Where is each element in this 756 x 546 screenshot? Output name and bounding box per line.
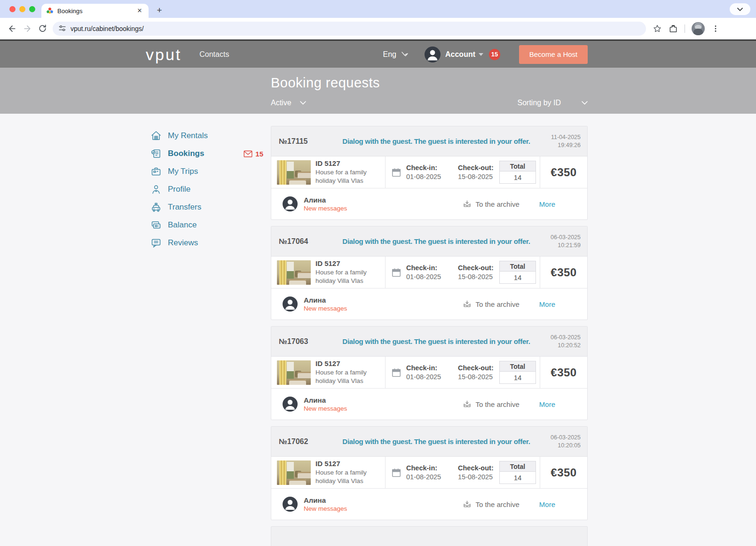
property-name[interactable]: House for a family holiday Villa Vlas	[315, 268, 368, 285]
sidebar-item-bookings[interactable]: Bookings 15	[150, 148, 263, 159]
menu-icon[interactable]	[711, 24, 720, 33]
close-window-button[interactable]	[9, 6, 16, 12]
more-link[interactable]: More	[539, 200, 555, 208]
status-filter-label: Active	[271, 99, 291, 107]
back-button[interactable]	[5, 21, 20, 36]
reload-button[interactable]	[35, 21, 50, 36]
archive-icon	[463, 200, 472, 209]
minimize-window-button[interactable]	[19, 6, 25, 12]
status-filter-dropdown[interactable]: Active	[271, 99, 306, 107]
sidebar-item-profile[interactable]: Profile	[150, 184, 263, 195]
property-photo[interactable]	[277, 260, 311, 285]
booking-datetime: 06-03-2025 10:20:05	[538, 434, 581, 450]
bookmark-star-icon[interactable]	[653, 24, 662, 33]
booking-card-body: ID 5127 House for a family holiday Villa…	[271, 156, 587, 188]
booking-card: №17064 Dialog with the guest. The guest …	[271, 226, 588, 320]
address-bar[interactable]: vput.ru/cabinet/bookings/	[53, 22, 646, 36]
notification-badge[interactable]: 15	[489, 49, 500, 60]
tune-icon	[58, 24, 66, 32]
to-archive-button[interactable]: To the archive	[463, 200, 519, 209]
booking-number: №17064	[279, 237, 334, 246]
sidebar-item-reviews[interactable]: Reviews	[150, 237, 263, 249]
booking-status: Dialog with the guest. The guest is inte…	[334, 237, 538, 245]
reload-icon	[38, 24, 47, 33]
guest-name: Алина	[304, 396, 347, 404]
booking-card: №17063 Dialog with the guest. The guest …	[271, 326, 588, 420]
tab-search-button[interactable]	[730, 3, 750, 15]
account-menu[interactable]: Account	[445, 50, 475, 59]
checkout-label: Check-out:	[458, 264, 498, 272]
language-selector[interactable]: Eng	[383, 50, 396, 59]
browser-profile-avatar[interactable]	[692, 22, 705, 35]
to-archive-label: To the archive	[475, 300, 519, 308]
new-messages-link[interactable]: New messages	[304, 405, 347, 412]
divider	[385, 457, 386, 488]
property-photo[interactable]	[277, 460, 311, 485]
to-archive-button[interactable]: To the archive	[463, 400, 519, 409]
property-name[interactable]: House for a family holiday Villa Vlas	[315, 468, 368, 485]
sidebar-item-balance[interactable]: Balance	[150, 219, 263, 231]
window-controls[interactable]	[9, 6, 35, 12]
contacts-link[interactable]: Contacts	[199, 50, 229, 59]
divider	[385, 357, 386, 388]
more-link[interactable]: More	[539, 500, 555, 508]
new-messages-link[interactable]: New messages	[304, 205, 347, 212]
booking-date: 06-03-2025	[538, 434, 581, 442]
sidebar-item-my-trips[interactable]: My Trips	[150, 166, 263, 177]
language-arrow-icon	[401, 52, 409, 57]
archive-icon	[463, 400, 472, 409]
property-name[interactable]: House for a family holiday Villa Vlas	[315, 368, 368, 385]
booking-price: €350	[540, 466, 587, 479]
site-logo[interactable]: vput	[146, 47, 181, 62]
more-link[interactable]: More	[539, 300, 555, 308]
property-photo[interactable]	[277, 160, 311, 185]
booking-price: €350	[540, 166, 587, 179]
checkin-date: 01-08-2025	[406, 273, 453, 281]
property-id: ID 5127	[315, 460, 385, 468]
calendar-icon	[391, 468, 402, 478]
tab-title: Bookings	[57, 8, 135, 15]
new-messages-link[interactable]: New messages	[304, 305, 347, 312]
reviews-icon	[150, 237, 162, 249]
sidebar-item-transfers[interactable]: Transfers	[150, 202, 263, 213]
house-icon	[150, 130, 162, 141]
divider	[385, 257, 386, 288]
new-tab-button[interactable]: +	[153, 4, 165, 16]
booking-datetime: 06-03-2025 10:20:52	[538, 334, 581, 350]
profile-icon	[150, 184, 162, 195]
booking-time: 10:20:52	[538, 342, 581, 350]
total-value: 14	[500, 472, 536, 484]
new-messages-link[interactable]: New messages	[304, 505, 347, 512]
booking-time: 10:21:59	[538, 242, 581, 250]
total-label: Total	[500, 461, 536, 472]
booking-card-footer: Алина New messages To the archive More	[271, 488, 587, 520]
to-archive-button[interactable]: To the archive	[463, 500, 519, 509]
close-tab-icon[interactable]: ✕	[135, 7, 144, 15]
guest-avatar-icon	[283, 296, 298, 312]
extensions-icon[interactable]	[669, 24, 678, 33]
booking-number: №17115	[279, 137, 334, 146]
booking-card-list: №17115 Dialog with the guest. The guest …	[271, 126, 588, 546]
zoom-window-button[interactable]	[29, 6, 35, 12]
become-host-button[interactable]: Become a Host	[519, 45, 588, 64]
account-avatar-icon[interactable]	[425, 47, 441, 62]
checkout-date: 15-08-2025	[458, 173, 498, 180]
property-name[interactable]: House for a family holiday Villa Vlas	[315, 168, 368, 185]
favicon	[46, 7, 54, 15]
to-archive-button[interactable]: To the archive	[463, 300, 519, 309]
checkout-label: Check-out:	[458, 464, 498, 472]
divider	[385, 156, 386, 188]
chevron-down-icon	[737, 8, 743, 11]
sorting-dropdown[interactable]: Sorting by ID	[518, 99, 588, 107]
bookings-icon	[150, 148, 162, 159]
property-photo[interactable]	[277, 360, 311, 385]
archive-icon	[463, 500, 472, 509]
sidebar-item-my-rentals[interactable]: My Rentals	[150, 130, 263, 141]
checkin-date: 01-08-2025	[406, 173, 453, 180]
checkin-date: 01-08-2025	[406, 473, 453, 481]
more-link[interactable]: More	[539, 400, 555, 408]
total-label: Total	[500, 161, 536, 172]
browser-tab[interactable]: Bookings ✕	[41, 4, 149, 18]
booking-datetime: 11-04-2025 19:49:26	[538, 133, 581, 149]
forward-button[interactable]	[20, 21, 35, 36]
